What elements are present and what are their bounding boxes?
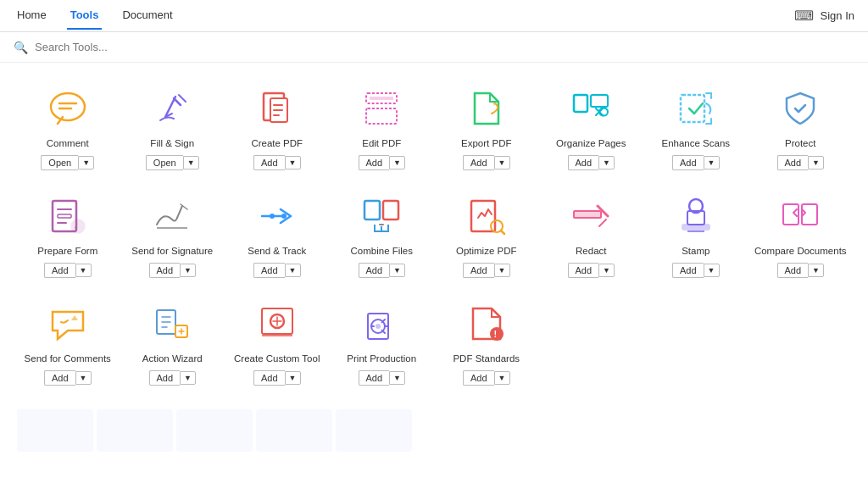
tool-action-btn-action-wizard[interactable]: Add <box>149 370 181 386</box>
tool-btn-row-action-wizard: Add ▼ <box>149 370 197 386</box>
tool-action-arrow-print-production[interactable]: ▼ <box>389 371 405 385</box>
tool-name-organize-pages: Organize Pages <box>556 137 626 150</box>
compare-docs-icon <box>776 192 824 240</box>
tool-action-btn-print-production[interactable]: Add <box>359 370 390 386</box>
tool-name-send-signature: Send for Signature <box>131 245 213 258</box>
tool-action-btn-send-signature[interactable]: Add <box>149 263 181 278</box>
tool-action-btn-enhance-scans[interactable]: Add <box>672 155 704 170</box>
tool-action-arrow-comment[interactable]: ▼ <box>78 156 94 169</box>
stamp-icon <box>672 192 720 240</box>
print-production-icon <box>358 300 405 347</box>
tool-action-btn-stamp[interactable]: Add <box>672 263 704 278</box>
tool-action-btn-compare-docs[interactable]: Add <box>777 263 809 278</box>
tool-action-btn-edit-pdf[interactable]: Add <box>359 155 390 170</box>
tool-action-arrow-action-wizard[interactable]: ▼ <box>180 371 196 385</box>
tool-action-btn-pdf-standards[interactable]: Add <box>463 370 494 386</box>
svg-point-0 <box>51 93 85 120</box>
tool-action-btn-redact[interactable]: Add <box>568 263 599 278</box>
tool-action-btn-fill-sign[interactable]: Open <box>146 155 183 170</box>
svg-rect-26 <box>574 211 601 218</box>
sign-in-button[interactable]: Sign In <box>821 9 854 22</box>
tool-action-btn-optimize-pdf[interactable]: Add <box>463 263 494 278</box>
tool-name-enhance-scans: Enhance Scans <box>661 137 730 150</box>
tool-name-send-track: Send & Track <box>248 245 306 258</box>
tool-name-stamp: Stamp <box>682 245 709 258</box>
tool-btn-row-organize-pages: Add ▼ <box>568 155 615 170</box>
search-input[interactable] <box>35 41 204 53</box>
tool-action-arrow-compare-docs[interactable]: ▼ <box>808 264 824 277</box>
tool-action-btn-organize-pages[interactable]: Add <box>568 155 599 170</box>
tool-pdf-standards: ! PDF Standards Add ▼ <box>436 292 537 392</box>
svg-text:-: - <box>75 222 77 231</box>
tool-name-create-custom-tool: Create Custom Tool <box>234 353 320 365</box>
tool-action-arrow-organize-pages[interactable]: ▼ <box>598 156 615 169</box>
tool-action-btn-protect[interactable]: Add <box>777 155 809 170</box>
tool-name-action-wizard: Action Wizard <box>142 353 203 365</box>
tool-btn-row-stamp: Add ▼ <box>672 263 720 278</box>
tool-action-btn-create-custom-tool[interactable]: Add <box>253 370 285 386</box>
tool-name-export-pdf: Export PDF <box>461 137 511 150</box>
tool-action-btn-export-pdf[interactable]: Add <box>463 155 494 170</box>
svg-rect-9 <box>591 95 608 107</box>
tool-action-arrow-create-pdf[interactable]: ▼ <box>285 156 301 169</box>
search-icon: 🔍 <box>14 41 28 54</box>
tool-combine-files: Combine Files Add ▼ <box>331 184 433 285</box>
tool-btn-row-send-comments: Add ▼ <box>44 370 92 386</box>
tool-send-signature: Send for Signature Add ▼ <box>122 184 224 285</box>
tool-btn-row-edit-pdf: Add ▼ <box>359 155 406 170</box>
nav-item-document[interactable]: Document <box>119 2 175 30</box>
tool-name-optimize-pdf: Optimize PDF <box>456 245 517 258</box>
search-bar: 🔍 <box>0 32 868 63</box>
tool-action-arrow-export-pdf[interactable]: ▼ <box>494 156 510 169</box>
combine-files-icon <box>358 192 405 240</box>
tool-action-btn-create-pdf[interactable]: Add <box>253 155 285 170</box>
create-pdf-icon <box>253 85 301 132</box>
tool-compare-docs: Compare Documents Add ▼ <box>750 184 852 285</box>
tool-btn-row-create-pdf: Add ▼ <box>253 155 301 170</box>
tool-organize-pages: Organize Pages Add ▼ <box>541 76 643 177</box>
tool-action-arrow-create-custom-tool[interactable]: ▼ <box>285 371 301 385</box>
send-comments-icon <box>44 300 92 347</box>
tool-action-arrow-combine-files[interactable]: ▼ <box>389 264 405 277</box>
tool-action-btn-send-comments[interactable]: Add <box>44 370 75 386</box>
tool-btn-row-send-track: Add ▼ <box>253 263 301 278</box>
tool-btn-row-fill-sign: Open ▼ <box>146 155 199 170</box>
tool-name-redact: Redact <box>576 245 606 258</box>
tool-action-arrow-send-signature[interactable]: ▼ <box>180 264 196 277</box>
action-wizard-icon <box>148 300 196 347</box>
tool-name-edit-pdf: Edit PDF <box>362 137 401 150</box>
nav-item-tools[interactable]: Tools <box>67 2 103 30</box>
tool-action-arrow-edit-pdf[interactable]: ▼ <box>389 156 405 169</box>
svg-rect-6 <box>366 108 397 124</box>
tool-action-arrow-send-track[interactable]: ▼ <box>285 264 301 277</box>
tool-action-btn-send-track[interactable]: Add <box>253 263 285 278</box>
send-signature-icon <box>148 192 196 240</box>
nav-item-home[interactable]: Home <box>14 2 50 30</box>
tool-btn-row-combine-files: Add ▼ <box>359 263 406 278</box>
fill-sign-icon <box>148 85 196 132</box>
tool-action-btn-prepare-form[interactable]: Add <box>44 263 75 278</box>
tool-optimize-pdf: Optimize PDF Add ▼ <box>436 184 537 285</box>
tool-action-arrow-pdf-standards[interactable]: ▼ <box>494 371 510 385</box>
tool-action-arrow-prepare-form[interactable]: ▼ <box>75 264 92 277</box>
tool-action-arrow-protect[interactable]: ▼ <box>808 156 824 169</box>
tool-name-create-pdf: Create PDF <box>251 137 303 150</box>
edit-pdf-icon <box>358 85 405 132</box>
tool-stamp: Stamp Add ▼ <box>645 184 747 285</box>
tool-action-arrow-fill-sign[interactable]: ▼ <box>183 156 199 169</box>
tool-action-arrow-optimize-pdf[interactable]: ▼ <box>494 264 510 277</box>
tool-action-arrow-send-comments[interactable]: ▼ <box>75 371 92 385</box>
tool-print-production: Print Production Add ▼ <box>331 292 433 392</box>
tool-name-fill-sign: Fill & Sign <box>150 137 194 150</box>
tool-action-arrow-redact[interactable]: ▼ <box>598 264 615 277</box>
comment-icon <box>44 85 92 132</box>
svg-rect-8 <box>574 95 587 112</box>
tool-prepare-form: - Prepare Form Add ▼ <box>17 184 119 285</box>
tool-action-arrow-enhance-scans[interactable]: ▼ <box>704 156 720 169</box>
svg-rect-13 <box>58 214 71 218</box>
tool-action-btn-combine-files[interactable]: Add <box>359 263 390 278</box>
redact-icon <box>567 192 615 240</box>
tool-action-btn-comment[interactable]: Open <box>41 155 78 170</box>
tool-action-arrow-stamp[interactable]: ▼ <box>704 264 720 277</box>
tool-name-comment: Comment <box>47 137 89 150</box>
